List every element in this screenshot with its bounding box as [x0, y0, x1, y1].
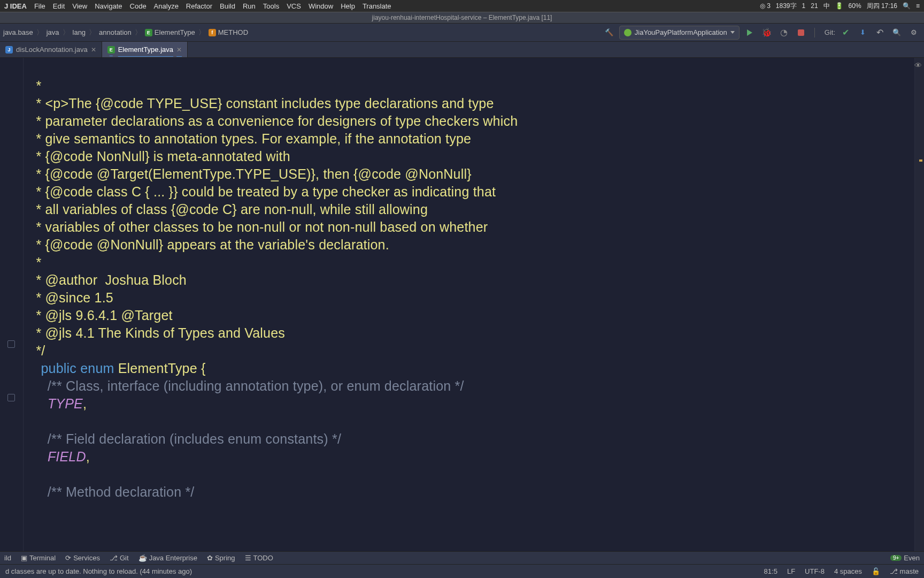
tab-label: disLockAnnotation.java [16, 45, 88, 54]
tab-label: ElementType.java [118, 45, 173, 54]
update-button[interactable]: ⬇ [856, 26, 869, 40]
battery-icon[interactable]: 🔋 [835, 2, 843, 10]
revert-button[interactable]: ↶ [873, 26, 887, 40]
coverage-button[interactable]: ◔ [777, 26, 791, 40]
commit-button[interactable]: ✔ [838, 26, 852, 40]
line-separator[interactable]: LF [787, 567, 795, 575]
run-config-name: JiaYouPayPlatformApplication [635, 28, 727, 36]
caret-position[interactable]: 81:5 [764, 567, 777, 575]
tab-dislockannotation[interactable]: J disLockAnnotation.java ✕ [0, 42, 102, 57]
app-name: J IDEA [4, 2, 27, 10]
menu-vcs[interactable]: VCS [287, 2, 301, 10]
scrollbar[interactable]: 👁 [914, 58, 924, 556]
menu-build[interactable]: Build [220, 2, 235, 10]
toolwindow-git[interactable]: ⎇ Git [110, 554, 129, 562]
tool-window-bar: ild ▣ Terminal ⟳ Services ⎇ Git ☕ Java E… [0, 551, 924, 564]
build-hammer-icon[interactable]: 🔨 [602, 26, 616, 40]
menu-file[interactable]: File [34, 2, 45, 10]
toolwindow-services[interactable]: ⟳ Services [65, 554, 100, 562]
navigation-bar: java.base〉 java〉 lang〉 annotation〉 E Ele… [0, 24, 924, 42]
field-icon: f [209, 29, 216, 36]
status-ime[interactable]: 中 [823, 2, 830, 11]
status-message: d classes are up to date. Nothing to rel… [5, 567, 192, 575]
lock-icon[interactable]: 🔓 [872, 567, 880, 575]
toolwindow-build[interactable]: ild [4, 554, 11, 562]
status-circle-3[interactable]: ◎ 3 [760, 2, 771, 10]
menu-tools[interactable]: Tools [263, 2, 279, 10]
menu-run[interactable]: Run [243, 2, 256, 10]
toolwindow-eventlog[interactable]: 9+ Even [890, 554, 920, 562]
menu-edit[interactable]: Edit [53, 2, 65, 10]
menu-help[interactable]: Help [341, 2, 355, 10]
menu-window[interactable]: Window [309, 2, 333, 10]
status-charcount[interactable]: 1839字 [776, 2, 797, 11]
mac-menubar: J IDEA File Edit View Navigate Code Anal… [0, 0, 924, 12]
spring-icon [624, 29, 632, 36]
run-configuration-dropdown[interactable]: JiaYouPayPlatformApplication [619, 26, 740, 40]
editor[interactable]: * * <p>The {@code TYPE_USE} constant inc… [0, 58, 924, 556]
encoding[interactable]: UTF-8 [805, 567, 825, 575]
stop-button[interactable] [794, 26, 808, 40]
search-everywhere-button[interactable]: 🔍 [890, 26, 904, 40]
menu-icon[interactable]: ≡ [916, 2, 920, 10]
menu-navigate[interactable]: Navigate [95, 2, 122, 10]
crumb-member[interactable]: METHOD [218, 28, 248, 36]
search-icon[interactable]: 🔍 [903, 2, 911, 10]
menu-code[interactable]: Code [130, 2, 147, 10]
toolwindow-terminal[interactable]: ▣ Terminal [21, 554, 56, 562]
status-battery: 60% [849, 2, 861, 10]
toolwindow-todo[interactable]: ☰ TODO [245, 554, 273, 562]
java-file-icon: J [5, 46, 13, 54]
implements-gutter-icon[interactable] [7, 340, 15, 348]
indent[interactable]: 4 spaces [834, 567, 862, 575]
menu-analyze[interactable]: Analyze [154, 2, 179, 10]
close-icon[interactable]: ✕ [91, 46, 96, 54]
editor-tabs: J disLockAnnotation.java ✕ E ElementType… [0, 42, 924, 58]
tab-elementtype[interactable]: E ElementType.java ✕ [102, 42, 188, 57]
crumb-java[interactable]: java [47, 28, 59, 36]
chevron-down-icon [730, 31, 735, 34]
breadcrumb[interactable]: java.base〉 java〉 lang〉 annotation〉 E Ele… [3, 28, 248, 37]
inspections-eye-icon[interactable]: 👁 [914, 61, 922, 70]
crumb-annotation[interactable]: annotation [99, 28, 132, 36]
warning-marker[interactable] [919, 159, 922, 162]
menu-view[interactable]: View [72, 2, 87, 10]
toolwindow-javaee[interactable]: ☕ Java Enterprise [138, 554, 197, 562]
status-datetime[interactable]: 周四 17:16 [867, 2, 897, 11]
status-bar: d classes are up to date. Nothing to rel… [0, 564, 924, 578]
git-branch[interactable]: ⎇ maste [890, 567, 919, 575]
crumb-javabase[interactable]: java.base [3, 28, 33, 36]
toolwindow-spring[interactable]: ✿ Spring [207, 554, 235, 562]
status-notif[interactable]: 1 [802, 2, 806, 10]
debug-button[interactable]: 🐞 [760, 26, 774, 40]
settings-icon[interactable]: ⚙ [907, 26, 921, 40]
run-button[interactable] [743, 26, 757, 40]
crumb-lang[interactable]: lang [73, 28, 86, 36]
close-icon[interactable]: ✕ [176, 46, 182, 54]
enum-file-icon: E [107, 46, 115, 54]
status-wechat[interactable]: 21 [811, 2, 818, 10]
code-area[interactable]: * * <p>The {@code TYPE_USE} constant inc… [24, 58, 914, 556]
gutter[interactable] [0, 58, 24, 556]
menu-refactor[interactable]: Refactor [186, 2, 212, 10]
crumb-class[interactable]: ElementType [155, 28, 195, 36]
menu-translate[interactable]: Translate [363, 2, 391, 10]
window-title: jiayou-renhuai-internetHospital-service … [0, 12, 924, 24]
implements-gutter-icon[interactable] [7, 394, 15, 401]
enum-icon: E [145, 29, 152, 36]
git-label: Git: [825, 28, 835, 36]
